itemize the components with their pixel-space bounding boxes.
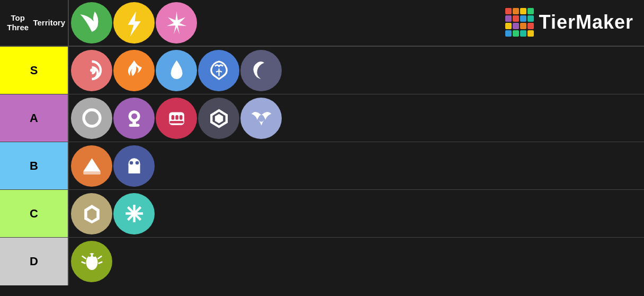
svg-rect-11 [180, 115, 183, 120]
tier-label-S: S [0, 47, 68, 94]
steel-icon [198, 98, 239, 139]
normal-spiral-icon [71, 50, 112, 91]
ice-icon [113, 193, 155, 234]
water-icon [156, 50, 197, 91]
normal-icon [71, 98, 112, 139]
tier-label-C: C [0, 190, 68, 237]
svg-rect-12 [169, 121, 183, 123]
tier-row-C: C [0, 190, 644, 238]
svg-marker-0 [128, 11, 140, 36]
ground-icon [71, 145, 112, 187]
tier-items-A [68, 94, 644, 142]
grass-icon [71, 2, 112, 43]
svg-line-33 [97, 256, 102, 259]
tier-items-B [68, 142, 644, 189]
svg-point-20 [135, 161, 139, 165]
rock-icon [71, 193, 112, 234]
svg-line-34 [81, 262, 85, 263]
flying-icon [240, 98, 282, 139]
dragon-icon [198, 50, 239, 91]
tier-items-S [68, 47, 644, 94]
logo-grid [505, 8, 534, 37]
svg-point-31 [93, 254, 96, 257]
lightning-icon [113, 2, 155, 43]
svg-line-35 [98, 262, 102, 263]
tiermaker-logo: TierMaker [505, 8, 633, 37]
svg-point-5 [131, 114, 137, 119]
tiermaker-text: TierMaker [539, 11, 633, 33]
svg-point-2 [90, 68, 94, 72]
svg-point-30 [88, 254, 91, 257]
svg-rect-7 [129, 124, 139, 127]
tier-items-D [68, 238, 644, 285]
tier-label-B: B [0, 142, 68, 189]
svg-marker-14 [214, 114, 222, 124]
svg-rect-16 [83, 172, 101, 175]
fairy-icon [156, 2, 197, 43]
dark-icon [240, 50, 282, 91]
svg-point-3 [84, 110, 100, 126]
svg-line-32 [82, 256, 86, 259]
fire-icon [113, 50, 155, 91]
tier-row-B: B [0, 142, 644, 190]
top-territory-items [68, 0, 199, 46]
svg-rect-10 [175, 115, 178, 120]
tier-row-D: D [0, 238, 644, 285]
svg-point-27 [131, 211, 137, 216]
tier-label-D: D [0, 238, 68, 285]
bug-icon [71, 241, 112, 282]
tier-label-A: A [0, 94, 68, 142]
tier-row-S: S [0, 47, 644, 94]
svg-point-19 [129, 161, 133, 165]
svg-rect-9 [171, 115, 174, 120]
poison-icon [113, 98, 155, 139]
svg-marker-15 [83, 158, 101, 171]
tier-row-A: A [0, 94, 644, 142]
top-territory-label: Top Three Territory [0, 11, 68, 35]
tier-items-C [68, 190, 644, 237]
svg-point-1 [174, 20, 180, 26]
ghost-icon [113, 145, 155, 187]
fighting-icon [156, 98, 197, 139]
